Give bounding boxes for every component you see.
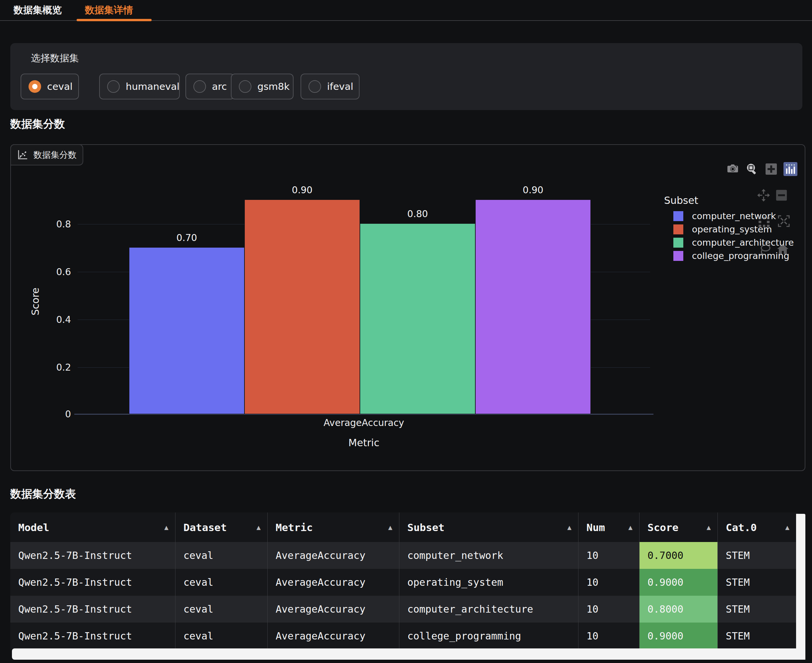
dataset-option-gsm8k[interactable]: gsm8k: [231, 74, 293, 99]
tab-dataset-details[interactable]: 数据集详情: [85, 0, 133, 21]
radio-unselected-icon[interactable]: [107, 80, 120, 93]
cell-dataset: ceval: [175, 596, 268, 623]
dataset-option-humaneval[interactable]: humaneval: [99, 74, 180, 99]
sort-arrow-icon[interactable]: ▲: [707, 524, 711, 531]
dataset-scores-table-heading: 数据集分数表: [10, 487, 76, 501]
column-header-label: Metric: [276, 521, 313, 534]
cell-subset: computer_architecture: [399, 596, 579, 623]
column-header-label: Num: [587, 521, 605, 534]
bar-computer-architecture[interactable]: 0.80: [360, 209, 475, 414]
bar-operating-system[interactable]: 0.90: [245, 184, 360, 414]
download-camera-icon[interactable]: [726, 162, 740, 176]
reset-home-icon[interactable]: [776, 242, 790, 256]
plotly-logo-icon[interactable]: [783, 162, 797, 176]
bar-rect[interactable]: [245, 200, 360, 414]
table-row[interactable]: Qwen2.5-7B-Instruct ceval AverageAccurac…: [10, 596, 796, 623]
zoom-in-icon[interactable]: [764, 162, 778, 176]
bar-value-label: 0.70: [177, 232, 197, 243]
dataset-selector-title: 选择数据集: [31, 52, 79, 65]
column-header-label: Cat.0: [726, 521, 757, 534]
dataset-option-ceval[interactable]: ceval: [21, 74, 79, 99]
column-header-model[interactable]: Model ▲: [10, 513, 175, 542]
legend-swatch: [673, 238, 683, 247]
radio-unselected-icon[interactable]: [239, 80, 251, 93]
bar-rect[interactable]: [475, 200, 591, 414]
lasso-icon[interactable]: [758, 243, 772, 257]
bar-rect[interactable]: [129, 247, 245, 414]
column-header-label: Subset: [407, 521, 444, 534]
autoscale-icon[interactable]: [776, 214, 791, 228]
legend-item-operating-system[interactable]: operating_system: [673, 224, 794, 234]
radio-selected-icon[interactable]: [29, 80, 41, 93]
table-row[interactable]: Qwen2.5-7B-Instruct ceval AverageAccurac…: [10, 569, 796, 596]
column-header-metric[interactable]: Metric ▲: [268, 513, 399, 542]
column-header-dataset[interactable]: Dataset ▲: [175, 513, 268, 542]
zoom-out-icon[interactable]: [775, 189, 788, 202]
x-axis-title: Metric: [78, 437, 650, 448]
bar-computer-network[interactable]: 0.70: [129, 232, 245, 414]
sort-arrow-icon[interactable]: ▲: [388, 524, 392, 531]
cell-category: STEM: [718, 596, 796, 623]
bar-value-label: 0.90: [292, 184, 313, 196]
column-header-subset[interactable]: Subset ▲: [399, 513, 579, 542]
tab-dataset-overview[interactable]: 数据集概览: [14, 0, 62, 21]
sort-arrow-icon[interactable]: ▲: [628, 524, 632, 531]
table-row[interactable]: Qwen2.5-7B-Instruct ceval AverageAccurac…: [10, 623, 796, 649]
cell-model: Qwen2.5-7B-Instruct: [10, 542, 175, 569]
bar-value-label: 0.90: [523, 184, 543, 196]
y-axis-title: Score: [29, 288, 41, 315]
cell-metric: AverageAccuracy: [268, 596, 399, 623]
plotly-modebar: [726, 162, 797, 176]
legend-swatch: [673, 251, 683, 261]
cell-num: 10: [579, 623, 640, 649]
y-tick-label: 0: [39, 409, 71, 420]
pan-icon[interactable]: [757, 188, 770, 202]
dataset-option-arc[interactable]: arc: [185, 74, 235, 99]
cell-subset: college_programming: [399, 623, 579, 649]
cell-dataset: ceval: [175, 569, 268, 596]
zoom-box-icon[interactable]: [745, 162, 759, 176]
dataset-option-label: ifeval: [327, 81, 353, 92]
bar-college-programming[interactable]: 0.90: [475, 184, 591, 414]
column-header-num[interactable]: Num ▲: [579, 513, 640, 542]
sort-arrow-icon[interactable]: ▲: [785, 524, 789, 531]
cell-model: Qwen2.5-7B-Instruct: [10, 569, 175, 596]
dataset-scores-table: Model ▲ Dataset ▲ Metric ▲ Subset ▲ Num …: [10, 513, 800, 649]
legend-title: Subset: [664, 195, 794, 206]
cell-model: Qwen2.5-7B-Instruct: [10, 623, 175, 649]
table-vertical-scrollbar[interactable]: [796, 514, 806, 660]
box-select-icon[interactable]: [757, 215, 770, 229]
column-header-score[interactable]: Score ▲: [640, 513, 718, 542]
y-tick-label: 0.2: [39, 362, 71, 373]
cell-metric: AverageAccuracy: [268, 542, 399, 569]
chart-panel-tab[interactable]: 数据集分数: [10, 144, 83, 165]
radio-unselected-icon[interactable]: [193, 80, 206, 93]
sort-arrow-icon[interactable]: ▲: [567, 524, 572, 531]
table-row[interactable]: Qwen2.5-7B-Instruct ceval AverageAccurac…: [10, 542, 796, 569]
radio-unselected-icon[interactable]: [308, 80, 321, 93]
cell-dataset: ceval: [175, 542, 268, 569]
plot-area[interactable]: Score 0.8 0.6 0.4 0.2 0 0.70 0.90 0.80: [78, 176, 650, 415]
dataset-option-ifeval[interactable]: ifeval: [300, 74, 360, 99]
legend-item-computer-network[interactable]: computer_network: [673, 211, 794, 221]
cell-category: STEM: [718, 623, 796, 649]
table-header-row: Model ▲ Dataset ▲ Metric ▲ Subset ▲ Num …: [10, 513, 796, 542]
app-root: 数据集概览 数据集详情 选择数据集 ceval humaneval arc gs…: [0, 0, 812, 663]
legend-swatch: [673, 225, 683, 234]
y-tick-label: 0.6: [39, 267, 71, 278]
cell-num: 10: [579, 569, 640, 596]
cell-num: 10: [579, 596, 640, 623]
column-header-cat0[interactable]: Cat.0 ▲: [718, 513, 796, 542]
scatter-chart-icon: [17, 149, 28, 160]
cell-category: STEM: [718, 569, 796, 596]
sort-arrow-icon[interactable]: ▲: [256, 524, 261, 531]
dataset-option-label: arc: [212, 81, 227, 92]
y-tick-label: 0.8: [39, 219, 71, 230]
cell-score: 0.7000: [640, 542, 718, 569]
table-horizontal-scrollbar[interactable]: [12, 648, 806, 660]
cell-model: Qwen2.5-7B-Instruct: [10, 596, 175, 623]
bar-rect[interactable]: [360, 223, 475, 414]
cell-category: STEM: [718, 542, 796, 569]
sort-arrow-icon[interactable]: ▲: [164, 524, 169, 531]
dataset-option-label: humaneval: [126, 81, 180, 92]
